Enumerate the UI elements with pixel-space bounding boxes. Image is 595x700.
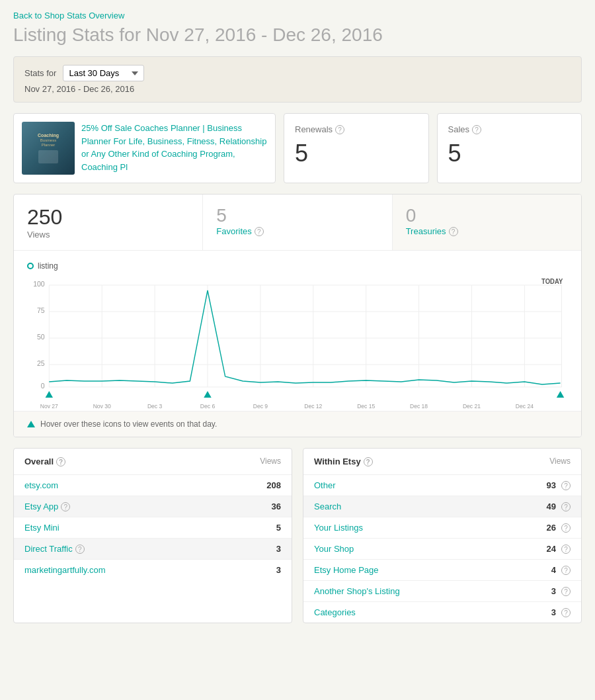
listing-title[interactable]: 25% Off Sale Coaches Planner | Business …	[81, 122, 267, 173]
table-row-link[interactable]: Search	[314, 502, 341, 511]
table-row-right: 5	[276, 523, 281, 533]
filter-row: Stats for Last 30 Days Last 7 Days Last …	[24, 65, 571, 81]
listing-thumbnail: Coaching Business Planner	[22, 122, 75, 175]
table-row: Other93?	[303, 475, 581, 496]
table-row-link[interactable]: Your Listings	[314, 523, 363, 533]
table-row-link[interactable]: Another Shop's Listing	[314, 586, 400, 596]
within-etsy-table: Within Etsy ? Views Other93?Search49?You…	[303, 448, 582, 623]
back-link[interactable]: Back to Shop Stats Overview	[13, 11, 582, 21]
overall-table: Overall ? Views etsy.com208Etsy App ?36E…	[13, 448, 292, 623]
svg-text:75: 75	[37, 306, 45, 314]
svg-text:TODAY: TODAY	[541, 279, 563, 285]
page-title-date: Nov 27, 2016 - Dec 26, 2016	[146, 24, 383, 45]
chart-hint: Hover over these icons to view events on…	[14, 411, 581, 437]
table-row-link[interactable]: Other	[314, 480, 336, 490]
svg-text:Dec 6: Dec 6	[200, 403, 215, 410]
treasuries-help-icon[interactable]: ?	[449, 227, 458, 236]
svg-text:2016: 2016	[413, 410, 425, 411]
overall-table-body: etsy.com208Etsy App ?36Etsy Mini5Direct …	[14, 475, 292, 580]
svg-text:2016: 2016	[307, 410, 319, 411]
table-row-link[interactable]: Etsy Home Page	[314, 565, 379, 575]
within-etsy-header: Within Etsy ? Views	[303, 449, 581, 475]
table-row: Your Shop24?	[303, 539, 581, 560]
table-row-link[interactable]: marketingartfully.com	[24, 565, 106, 575]
table-row-right: 26?	[547, 523, 571, 533]
row-help-icon[interactable]: ?	[61, 502, 70, 511]
table-row-right: 24?	[547, 544, 571, 554]
svg-text:2016: 2016	[43, 410, 56, 411]
row-help-icon[interactable]: ?	[561, 523, 571, 533]
favorites-help-icon[interactable]: ?	[255, 227, 264, 236]
page-title-static: Listing Stats for	[13, 24, 141, 45]
legend-dot	[27, 263, 34, 269]
favorites-count: 5	[216, 205, 378, 226]
svg-text:Dec 18: Dec 18	[410, 403, 428, 410]
svg-text:Dec 3: Dec 3	[147, 403, 162, 410]
period-select[interactable]: Last 30 Days Last 7 Days Last 12 Months	[63, 65, 144, 81]
within-etsy-help-icon[interactable]: ?	[364, 457, 373, 466]
svg-text:Nov 27: Nov 27	[40, 403, 58, 410]
chart-legend: listing	[27, 261, 568, 271]
svg-text:Dec 24: Dec 24	[516, 403, 534, 410]
table-row-value: 3	[276, 544, 281, 554]
listing-thumb-label: Coaching Business Planner	[35, 130, 61, 167]
chart-area: 100 75 50 25 0	[27, 279, 568, 411]
table-row: Your Listings26?	[303, 517, 581, 539]
table-row-value: 3	[551, 586, 556, 596]
row-help-icon[interactable]: ?	[561, 502, 571, 511]
row-help-icon[interactable]: ?	[561, 587, 571, 596]
favorites-label: Favorites ?	[216, 226, 378, 236]
within-etsy-views-label: Views	[549, 457, 571, 466]
table-row-link[interactable]: Categories	[314, 607, 356, 617]
row-help-icon[interactable]: ?	[561, 608, 571, 617]
svg-text:Dec 21: Dec 21	[463, 403, 481, 410]
filter-date-range: Nov 27, 2016 - Dec 26, 2016	[24, 84, 571, 94]
table-row-value: 3	[276, 565, 281, 575]
row-help-icon[interactable]: ?	[561, 566, 571, 575]
row-help-icon[interactable]: ?	[561, 481, 571, 490]
sales-box: Sales ? 5	[437, 113, 582, 183]
svg-text:25: 25	[37, 359, 45, 367]
overall-help-icon[interactable]: ?	[56, 457, 65, 466]
table-row-link[interactable]: Direct Traffic ?	[24, 544, 85, 554]
table-row-value: 24	[547, 544, 556, 554]
sales-help-icon[interactable]: ?	[472, 125, 481, 134]
table-row-right: 93?	[547, 480, 571, 490]
table-row-link[interactable]: Etsy Mini	[24, 523, 60, 533]
tables-row: Overall ? Views etsy.com208Etsy App ?36E…	[13, 448, 582, 623]
table-row: Etsy Home Page4?	[303, 560, 581, 581]
renewals-help-icon[interactable]: ?	[335, 125, 344, 134]
svg-text:50: 50	[37, 333, 45, 341]
table-row-value: 49	[547, 502, 556, 511]
page-container: Back to Shop Stats Overview Listing Stat…	[0, 0, 595, 700]
views-count: 250	[27, 205, 189, 230]
treasuries-count: 0	[406, 205, 568, 226]
overall-views-label: Views	[260, 457, 281, 466]
table-row: marketingartfully.com3	[14, 560, 292, 580]
table-row: Etsy App ?36	[14, 496, 292, 517]
sales-value: 5	[448, 140, 571, 167]
row-help-icon[interactable]: ?	[75, 545, 85, 554]
table-row-link[interactable]: Your Shop	[314, 544, 354, 554]
table-row-right: 208	[266, 480, 281, 490]
table-row: Categories3?	[303, 602, 581, 623]
svg-text:2016: 2016	[518, 410, 531, 411]
renewals-label: Renewals ?	[295, 124, 418, 134]
legend-label: listing	[38, 261, 58, 271]
row-help-icon[interactable]: ?	[561, 545, 571, 554]
svg-text:Dec 15: Dec 15	[357, 403, 375, 410]
overall-table-title: Overall ?	[24, 457, 65, 466]
overall-table-header: Overall ? Views	[14, 449, 292, 475]
table-row-value: 36	[272, 502, 281, 511]
table-row-right: 3	[276, 544, 281, 554]
views-label: Views	[27, 230, 189, 240]
svg-text:2016: 2016	[465, 410, 478, 411]
chart-svg: 100 75 50 25 0	[27, 279, 568, 411]
table-row-value: 5	[276, 523, 281, 533]
table-row-link[interactable]: etsy.com	[24, 480, 58, 490]
table-row-link[interactable]: Etsy App ?	[24, 502, 70, 511]
svg-marker-21	[46, 391, 53, 398]
favorites-box: 5 Favorites ?	[203, 195, 392, 250]
table-row-value: 93	[547, 480, 556, 490]
table-row: etsy.com208	[14, 475, 292, 496]
